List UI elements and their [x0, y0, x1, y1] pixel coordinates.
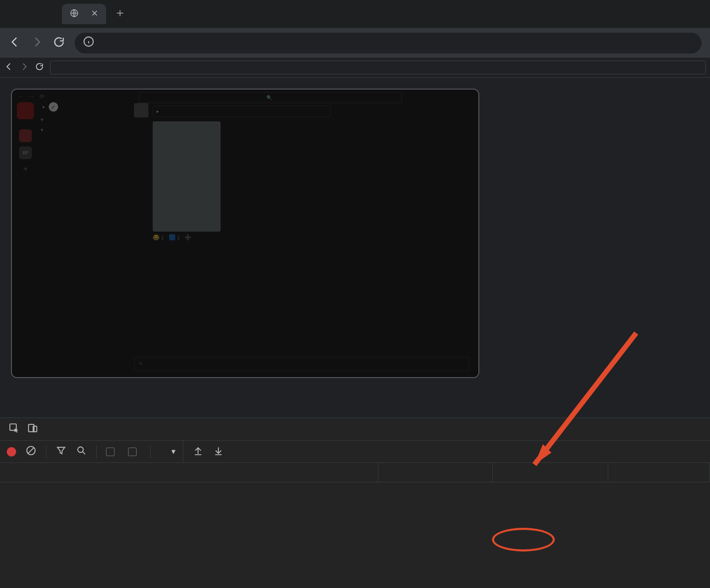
new-tab-button[interactable]	[115, 8, 125, 20]
col-initiator[interactable]	[608, 463, 710, 482]
device-toolbar-icon[interactable]	[27, 423, 38, 436]
network-table-header	[0, 463, 710, 482]
clear-icon[interactable]	[25, 445, 36, 458]
inactive-overlay	[12, 90, 478, 377]
devtools-tabs	[0, 418, 710, 441]
preserve-log-checkbox[interactable]	[106, 448, 119, 456]
site-info-icon[interactable]	[83, 36, 94, 50]
target-reload-button[interactable]	[35, 62, 44, 73]
browser-tab[interactable]	[62, 4, 106, 24]
inspect-element-icon[interactable]	[8, 423, 20, 436]
col-type[interactable]	[493, 463, 608, 482]
download-har-icon[interactable]	[213, 445, 224, 458]
network-table-body	[0, 482, 710, 588]
window-minimize-button[interactable]	[24, 10, 32, 18]
window-close-button[interactable]	[10, 10, 19, 18]
window-titlebar	[0, 0, 710, 28]
disable-cache-checkbox[interactable]	[128, 448, 141, 456]
record-button[interactable]	[7, 447, 16, 456]
target-back-button[interactable]	[4, 62, 14, 73]
col-name[interactable]	[0, 463, 378, 482]
browser-reload-button[interactable]	[53, 36, 65, 50]
window-maximize-button[interactable]	[37, 10, 46, 18]
target-url-field[interactable]	[50, 61, 706, 74]
devtools-panel: ▼	[0, 417, 710, 588]
search-icon[interactable]	[76, 445, 87, 458]
target-forward-button[interactable]	[20, 62, 29, 73]
browser-omnibox[interactable]	[75, 33, 702, 53]
filter-icon[interactable]	[56, 445, 67, 458]
network-subbar: ▼	[0, 441, 710, 463]
globe-icon	[70, 8, 79, 20]
svg-point-6	[78, 447, 83, 452]
devtools-target-toolbar	[0, 58, 710, 78]
browser-back-button[interactable]	[8, 36, 21, 50]
throttling-select[interactable]: ▼	[160, 441, 183, 462]
target-screencast[interactable]: ← → ⟳ 🔍 BP ＋ ▾	[11, 89, 479, 378]
col-status[interactable]	[378, 463, 493, 482]
upload-har-icon[interactable]	[193, 445, 204, 458]
close-icon[interactable]	[91, 9, 98, 19]
browser-forward-button[interactable]	[31, 36, 43, 50]
window-traffic-lights	[10, 10, 46, 18]
browser-toolbar	[0, 28, 710, 58]
